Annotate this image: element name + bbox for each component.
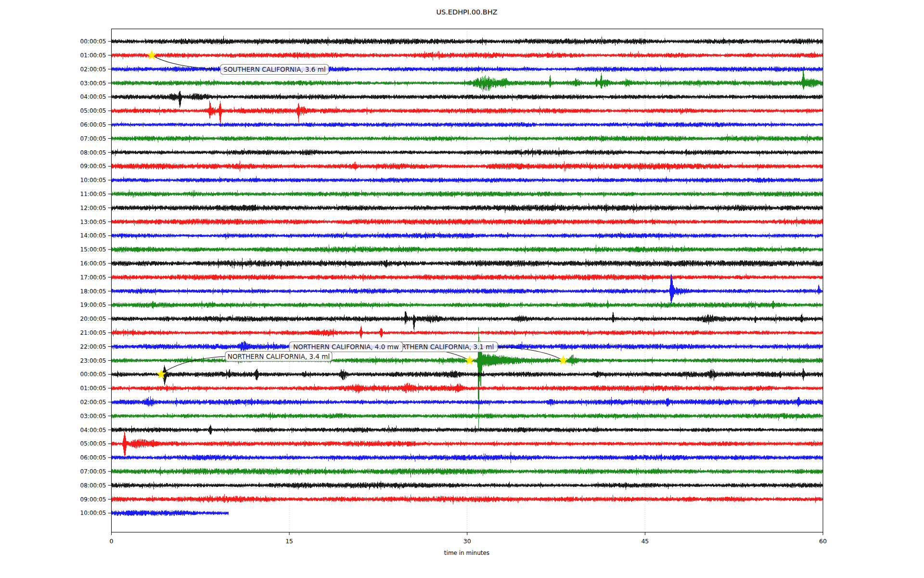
trace-row-17 <box>112 274 823 282</box>
row-label-2: 02:00:05 <box>80 66 106 73</box>
trace-row-19 <box>112 300 823 309</box>
trace-row-9 <box>112 161 823 172</box>
trace-row-14 <box>112 232 823 240</box>
connector-layer <box>152 55 563 374</box>
row-label-27: 03:00:05 <box>80 413 106 420</box>
row-label-5: 05:00:05 <box>80 107 106 114</box>
x-axis-label: time in minutes <box>444 550 489 556</box>
trace-row-34 <box>112 510 229 516</box>
trace-row-27 <box>112 412 823 421</box>
trace-row-29 <box>112 431 823 457</box>
row-label-0: 00:00:05 <box>80 38 106 45</box>
seismogram-plot: US.EDHPI.00.BHZ 00:00:0501:00:0502:00:05… <box>0 0 924 578</box>
seismogram-figure: US.EDHPI.00.BHZ 00:00:0501:00:0502:00:05… <box>0 0 924 578</box>
row-label-3: 03:00:05 <box>80 80 106 87</box>
row-label-23: 23:00:05 <box>80 357 106 364</box>
row-label-16: 16:00:05 <box>80 260 106 267</box>
event-star-icon <box>147 50 157 60</box>
trace-row-8 <box>112 147 823 157</box>
trace-row-6 <box>112 121 823 128</box>
row-label-31: 07:00:05 <box>80 468 106 475</box>
x-tick-label: 60 <box>819 538 827 545</box>
row-label-24: 00:00:05 <box>80 371 106 378</box>
trace-row-30 <box>112 452 823 463</box>
row-label-12: 12:00:05 <box>80 205 106 211</box>
plot-title: US.EDHPI.00.BHZ <box>436 8 497 16</box>
annotation-text: NORTHERN CALIFORNIA, 3.4 ml <box>228 353 330 360</box>
row-label-29: 05:00:05 <box>80 440 106 447</box>
row-label-4: 04:00:05 <box>80 93 106 100</box>
trace-row-4 <box>112 91 823 108</box>
row-label-19: 19:00:05 <box>80 302 106 308</box>
row-label-1: 01:00:05 <box>80 52 106 59</box>
row-label-34: 10:00:05 <box>80 510 106 516</box>
row-label-6: 06:00:05 <box>80 121 106 128</box>
row-label-30: 06:00:05 <box>80 454 106 461</box>
row-label-33: 09:00:05 <box>80 496 106 503</box>
x-tick-label: 0 <box>110 538 114 545</box>
row-label-11: 11:00:05 <box>80 191 106 197</box>
x-tick-label: 15 <box>285 538 293 545</box>
trace-row-26 <box>112 396 823 407</box>
row-label-9: 09:00:05 <box>80 163 106 170</box>
trace-row-7 <box>112 134 823 143</box>
row-label-20: 20:00:05 <box>80 315 106 322</box>
trace-row-25 <box>112 383 823 394</box>
trace-row-16 <box>112 258 823 270</box>
annotation-text: NORTHERN CALIFORNIA, 3.1 ml <box>392 343 494 351</box>
row-label-18: 18:00:05 <box>80 288 106 295</box>
annotation-text: SOUTHERN CALIFORNIA, 3.6 ml <box>223 66 325 73</box>
annotation-text: NORTHERN CALIFORNIA, 4.0 mw <box>293 343 399 351</box>
event-star-icon <box>464 355 475 365</box>
row-label-14: 14:00:05 <box>80 232 106 239</box>
row-label-26: 02:00:05 <box>80 399 106 406</box>
row-label-10: 10:00:05 <box>80 177 106 184</box>
row-label-32: 08:00:05 <box>80 482 106 489</box>
row-label-21: 21:00:05 <box>80 329 106 336</box>
x-tick-label: 45 <box>641 538 649 545</box>
row-label-15: 15:00:05 <box>80 246 106 253</box>
row-label-7: 07:00:05 <box>80 135 106 142</box>
row-label-17: 17:00:05 <box>80 274 106 281</box>
x-tick-label: 30 <box>463 538 471 545</box>
row-label-28: 04:00:05 <box>80 427 106 434</box>
star-layer <box>147 50 568 379</box>
row-label-13: 13:00:05 <box>80 219 106 225</box>
axes-layer: 00:00:0501:00:0502:00:0503:00:0504:00:05… <box>80 29 827 545</box>
row-label-22: 22:00:05 <box>80 343 106 350</box>
trace-row-32 <box>112 481 823 490</box>
trace-row-13 <box>112 217 823 226</box>
event-star-icon <box>558 355 568 365</box>
row-label-25: 01:00:05 <box>80 385 106 392</box>
row-label-8: 08:00:05 <box>80 149 106 156</box>
